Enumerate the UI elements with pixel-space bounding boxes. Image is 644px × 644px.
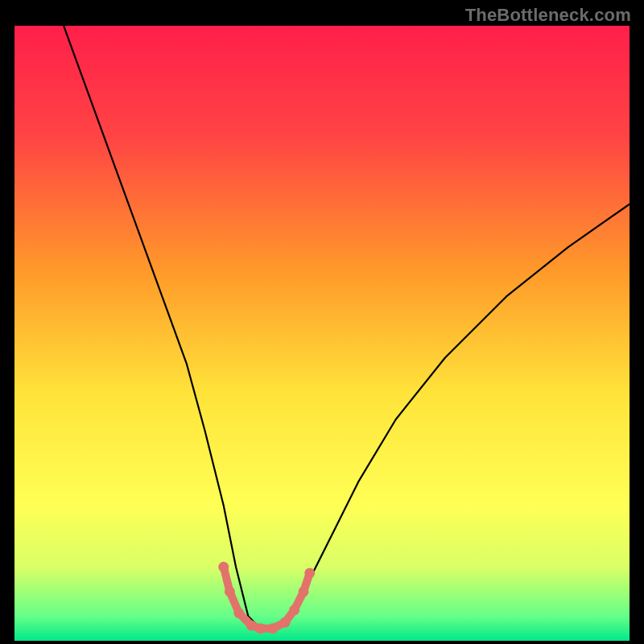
sweet-spot-dot [267, 623, 278, 634]
bottleneck-chart [14, 26, 630, 641]
sweet-spot-dot [233, 608, 244, 618]
sweet-spot-dot [255, 623, 266, 634]
sweet-spot-dot [225, 586, 235, 597]
sweet-spot-dot [280, 617, 291, 628]
sweet-spot-dot [218, 562, 229, 572]
sweet-spot-dot [304, 568, 315, 578]
watermark-text: TheBottleneck.com [465, 5, 631, 26]
gradient-background [14, 26, 630, 641]
sweet-spot-dot [289, 605, 299, 615]
sweet-spot-dot [299, 586, 309, 597]
chart-frame: TheBottleneck.com [0, 0, 644, 644]
plot-area [14, 26, 630, 641]
sweet-spot-dot [246, 620, 257, 630]
